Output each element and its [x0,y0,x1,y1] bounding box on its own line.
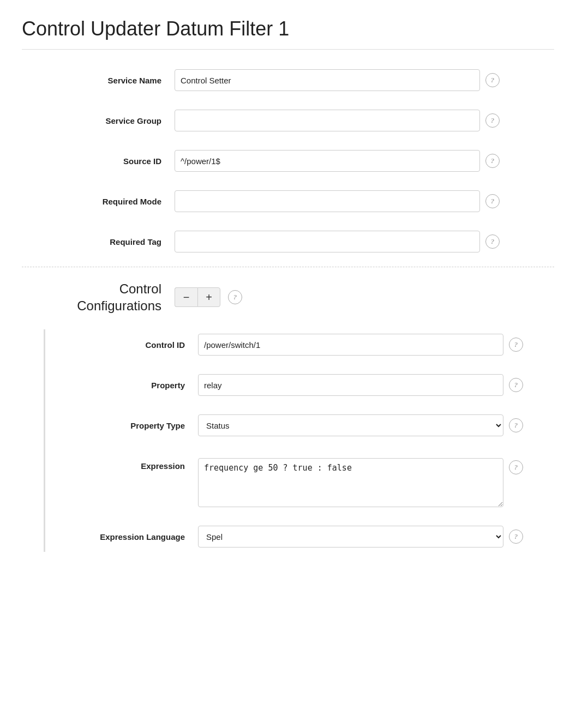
service-name-help-icon[interactable]: ? [485,73,500,87]
control-id-input-wrap: ? [198,334,554,356]
section-divider [22,267,554,267]
expression-input-wrap: frequency ge 50 ? true : false ? [198,458,554,507]
expression-help-icon[interactable]: ? [509,460,523,474]
property-help-icon[interactable]: ? [509,378,523,392]
source-id-input[interactable] [175,150,480,172]
control-configurations-controls: − + ? [175,287,554,307]
control-configurations-label: ControlConfigurations [22,280,175,314]
required-mode-label: Required Mode [22,196,175,207]
property-label: Property [45,381,198,390]
required-tag-help-icon[interactable]: ? [485,234,500,249]
property-type-select[interactable]: Status Instantaneous Accumulating [198,414,503,436]
expression-language-input-wrap: Spel Jexl ? [198,526,554,547]
property-input[interactable] [198,374,503,396]
service-name-input-wrap: ? [175,69,554,91]
form-section: Service Name ? Service Group ? Source ID… [22,65,554,552]
control-id-label: Control ID [45,340,198,350]
required-tag-row: Required Tag ? [22,226,554,257]
expression-textarea[interactable]: frequency ge 50 ? true : false [198,458,503,507]
control-id-input[interactable] [198,334,503,356]
property-type-row: Property Type Status Instantaneous Accum… [45,410,554,441]
property-type-help-icon[interactable]: ? [509,418,523,432]
expression-language-row: Expression Language Spel Jexl ? [45,521,554,552]
service-group-help-icon[interactable]: ? [485,113,500,128]
required-tag-label: Required Tag [22,236,175,248]
expression-language-select[interactable]: Spel Jexl [198,526,503,547]
control-configurations-row: ControlConfigurations − + ? [22,276,554,318]
property-type-label: Property Type [45,421,198,430]
expression-row: Expression frequency ge 50 ? true : fals… [45,450,554,512]
source-id-input-wrap: ? [175,150,554,172]
required-mode-row: Required Mode ? [22,186,554,216]
required-mode-help-icon[interactable]: ? [485,194,500,208]
service-group-input[interactable] [175,110,480,131]
required-mode-input[interactable] [175,190,480,212]
service-group-label: Service Group [22,115,175,127]
control-id-row: Control ID ? [45,329,554,360]
control-configuration-subsection: Control ID ? Property ? Property Type [44,329,554,552]
source-id-label: Source ID [22,155,175,167]
service-group-input-wrap: ? [175,110,554,131]
property-input-wrap: ? [198,374,554,396]
expression-label: Expression [45,458,198,471]
service-name-input[interactable] [175,69,480,91]
page-container: Control Updater Datum Filter 1 Service N… [0,0,576,594]
control-configurations-help-icon[interactable]: ? [228,290,242,304]
required-tag-input-wrap: ? [175,231,554,252]
required-tag-input[interactable] [175,231,480,252]
add-configuration-button[interactable]: + [197,287,220,307]
remove-configuration-button[interactable]: − [175,287,197,307]
required-mode-input-wrap: ? [175,190,554,212]
control-id-help-icon[interactable]: ? [509,338,523,352]
service-name-label: Service Name [22,75,175,86]
expression-language-help-icon[interactable]: ? [509,530,523,544]
source-id-row: Source ID ? [22,146,554,176]
property-type-input-wrap: Status Instantaneous Accumulating ? [198,414,554,436]
page-title: Control Updater Datum Filter 1 [22,17,554,50]
control-configurations-btn-group: − + [175,287,220,307]
property-row: Property ? [45,370,554,400]
expression-language-label: Expression Language [45,532,198,542]
source-id-help-icon[interactable]: ? [485,154,500,168]
service-name-row: Service Name ? [22,65,554,95]
service-group-row: Service Group ? [22,105,554,136]
